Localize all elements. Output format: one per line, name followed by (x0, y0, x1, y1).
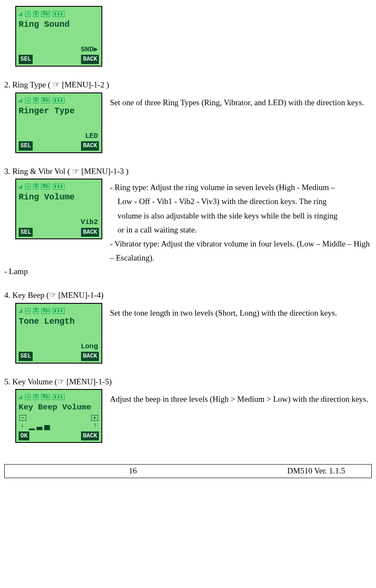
signal-icon (19, 98, 22, 103)
heading-key-volume: 5. Key Volume (☞ [MENU]-1-5) (4, 376, 372, 388)
lcd-ringer-type: ✉ D Rm ▮▮▮ Ringer Type LED SEL BACK (15, 92, 102, 153)
rm-icon: Rm (41, 308, 50, 314)
lcd-value: SND▶ (81, 45, 98, 55)
volume-bars (29, 425, 89, 430)
battery-icon: ▮▮▮ (53, 98, 65, 104)
heading-key-beep: 4. Key Beep (☞ [MENU]-1-4) (4, 290, 372, 301)
lcd-ring-sound: ✉ D Rm ▮▮▮ Ring Sound SND▶ SEL BACK (15, 6, 102, 67)
mail-icon: ✉ (25, 184, 31, 190)
key-volume-description: Adjust the beep in three levels (High > … (110, 389, 372, 408)
signal-icon (19, 309, 22, 313)
lcd-left-btn: OK (19, 431, 29, 441)
rm-icon: Rm (41, 11, 50, 17)
lamp-text: - Lamp (4, 266, 372, 277)
mail-icon: ✉ (25, 11, 31, 17)
doc-version: DM510 Ver. 1.1.5 (261, 465, 371, 478)
battery-icon: ▮▮▮ (53, 184, 65, 190)
lcd-value: Long (81, 342, 98, 352)
heading-ring-type: 2. Ring Type ( ☞ [MENU]-1-2 ) (4, 79, 372, 91)
rm-icon: Rm (41, 394, 50, 400)
mail-icon: ✉ (25, 308, 31, 314)
lcd-left-btn: SEL (19, 55, 33, 64)
lcd-right-btn: BACK (81, 352, 99, 361)
ring-type-description: Set one of three Ring Types (Ring, Vibra… (110, 92, 372, 111)
desc-line: - Ring type: Adjust the ring volume in s… (110, 183, 335, 192)
minus-icon: − (20, 415, 26, 421)
battery-icon: ▮▮▮ (53, 394, 65, 400)
lcd-title: Ring Volume (19, 191, 99, 203)
up-arrow-icon: ↑ (93, 421, 97, 430)
lcd-left-btn: SEL (19, 352, 33, 361)
mail-icon: ✉ (25, 98, 31, 104)
lcd-status-row: ✉ D Rm ▮▮▮ (19, 307, 99, 315)
key-beep-description: Set the tone length in two levels (Short… (110, 303, 372, 322)
heading-ring-vibr-vol: 3. Ring & Vibr Vol ( ☞ [MENU]-1-3 ) (4, 166, 372, 177)
lcd-value: LED (85, 131, 98, 141)
signal-icon (19, 395, 22, 399)
lcd-status-row: ✉ D Rm ▮▮▮ (19, 183, 99, 190)
battery-icon: ▮▮▮ (53, 308, 65, 314)
desc-line: volume is also adjustable with the side … (110, 209, 372, 223)
lcd-title: Ringer Type (19, 105, 99, 117)
lcd-right-btn: BACK (81, 431, 99, 441)
lcd-ring-volume: ✉ D Rm ▮▮▮ Ring Volume Vib2 SEL BACK (15, 179, 102, 239)
d-icon: D (33, 184, 39, 190)
desc-line: - Vibrator type: Adjust the vibrator vol… (110, 239, 370, 262)
rm-icon: Rm (41, 98, 50, 104)
desc-line: Low - Off - Vib1 - Vib2 - Viv3) with the… (110, 194, 372, 208)
lcd-key-beep-volume: ✉ D Rm ▮▮▮ Key Beep Volume − + ↓ ↑ OK BA… (15, 389, 102, 443)
signal-icon (19, 12, 22, 16)
lcd-value: Vib2 (81, 217, 98, 227)
volume-slider-row: − + (19, 415, 99, 421)
signal-icon (19, 185, 22, 189)
lcd-right-btn: BACK (81, 55, 99, 64)
plus-icon: + (91, 415, 98, 421)
d-icon: D (33, 11, 39, 17)
mail-icon: ✉ (25, 394, 31, 400)
rm-icon: Rm (41, 184, 50, 190)
lcd-left-btn: SEL (19, 228, 33, 237)
lcd-status-row: ✉ D Rm ▮▮▮ (19, 393, 99, 401)
lcd-title: Ring Sound (19, 19, 99, 31)
volume-bars-row: ↓ ↑ (19, 421, 99, 430)
lcd-status-row: ✉ D Rm ▮▮▮ (19, 97, 99, 104)
ring-vibr-description: - Ring type: Adjust the ring volume in s… (110, 179, 372, 265)
battery-icon: ▮▮▮ (53, 11, 65, 17)
page-footer: 16 DM510 Ver. 1.1.5 (4, 464, 372, 478)
d-icon: D (33, 308, 39, 314)
lcd-right-btn: BACK (81, 141, 99, 151)
d-icon: D (33, 98, 39, 104)
page-number: 16 (5, 465, 261, 478)
lcd-title: Tone Length (19, 316, 99, 328)
down-arrow-icon: ↓ (20, 421, 25, 430)
d-icon: D (33, 394, 39, 400)
desc-line: or in a call waiting state. (110, 223, 372, 237)
lcd-title: Key Beep Volume (19, 402, 99, 413)
lcd-left-btn: SEL (19, 141, 33, 151)
lcd-status-row: ✉ D Rm ▮▮▮ (19, 10, 99, 18)
lcd-tone-length: ✉ D Rm ▮▮▮ Tone Length Long SEL BACK (15, 303, 102, 364)
lcd-right-btn: BACK (81, 228, 99, 237)
